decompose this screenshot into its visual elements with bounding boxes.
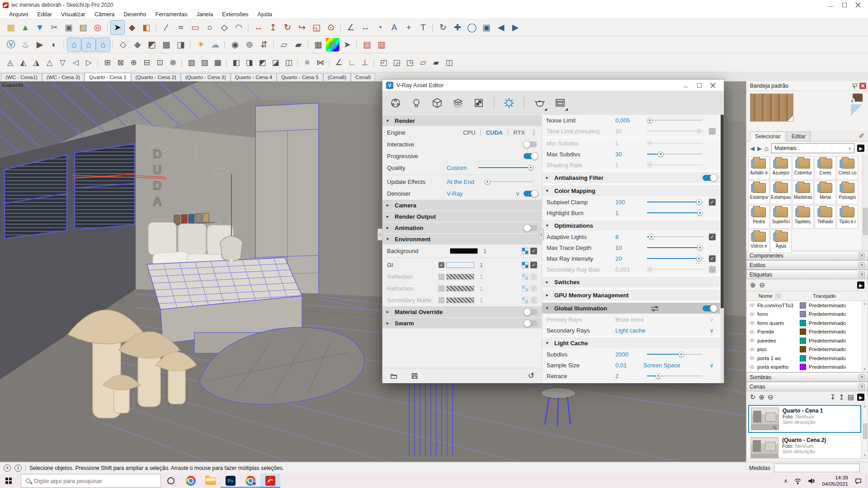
material-folder[interactable]: Superfíci: [770, 205, 792, 229]
time-limit-checkbox[interactable]: [709, 128, 716, 135]
panel-estilos[interactable]: Estilos: [746, 260, 868, 270]
material-folder[interactable]: Cores: [815, 156, 836, 180]
section-material-override[interactable]: ▸Material Override: [382, 306, 542, 317]
default-material-icon[interactable]: [851, 104, 863, 116]
section-render[interactable]: ▾Render: [382, 115, 542, 126]
toolbar-separator[interactable]: │: [272, 38, 276, 52]
panel-etiquetas[interactable]: Etiquetas: [746, 270, 868, 279]
visibility-eye-icon[interactable]: [750, 321, 755, 324]
background-checkbox[interactable]: ✓: [530, 248, 537, 254]
gi-texture-icon[interactable]: [522, 262, 528, 268]
taskbar-clock[interactable]: 14:39 04/05/2021: [822, 474, 848, 488]
background-color-swatch[interactable]: [450, 248, 478, 254]
section-color-mapping[interactable]: ▾Color Mapping: [542, 185, 720, 196]
material-folder[interactable]: Cobertur: [793, 156, 814, 180]
orbit-tool-icon[interactable]: ↻: [436, 21, 450, 34]
start-button[interactable]: [0, 474, 21, 488]
geolocation-icon[interactable]: +: [4, 465, 11, 472]
wifi-icon[interactable]: [794, 478, 802, 484]
menu-item[interactable]: Desenho: [119, 10, 151, 19]
gi-color-swatch[interactable]: [446, 262, 474, 268]
material-folder[interactable]: Vidros e: [748, 230, 769, 253]
secondary-matte-checkbox[interactable]: ✓: [530, 297, 537, 304]
etiqueta-row[interactable]: Parede Predeterminado: [747, 328, 868, 337]
primary-rays-dropdown-icon[interactable]: ∨: [708, 316, 716, 323]
toolbar-separator[interactable]: │: [372, 56, 377, 70]
vray-minimize-button[interactable]: [683, 83, 689, 88]
revert-settings-icon[interactable]: ↺: [528, 371, 534, 380]
etiqueta-dash-style[interactable]: Predeterminado: [809, 320, 846, 326]
toolbar-separator[interactable]: │: [189, 38, 193, 52]
shadows-dialog-icon[interactable]: ≡: [301, 56, 313, 70]
etiquetas-details-icon[interactable]: ▶: [857, 282, 864, 289]
edit-scene-pencil-icon[interactable]: ✎: [773, 425, 777, 431]
home-icon[interactable]: ⌂: [764, 145, 769, 152]
tag-color-swatch[interactable]: [800, 346, 806, 352]
interactive-toggle[interactable]: [524, 141, 537, 147]
add-detail-icon[interactable]: ◁: [70, 56, 82, 70]
menu-item[interactable]: Ferramentas: [151, 10, 192, 19]
toolbar-separator[interactable]: │: [225, 56, 229, 70]
secondary-ray-bias-slider[interactable]: [647, 266, 703, 272]
section-switches[interactable]: ▸Switches: [542, 277, 720, 287]
noise-limit-slider[interactable]: [647, 117, 703, 123]
scene-card[interactable]: ✎ Quarto - Cena 1 Foto: Nenhum Sem descr…: [748, 405, 861, 433]
position-camera-icon[interactable]: ◉: [228, 38, 242, 52]
material-category-select[interactable]: Materiais ∨: [771, 143, 854, 153]
3d-warehouse-icon[interactable]: ◫: [443, 56, 455, 70]
rotate-tool-icon[interactable]: ↻: [281, 21, 294, 34]
monochrome-style-icon[interactable]: ◨: [174, 38, 188, 52]
panel-sombras[interactable]: Sombras: [746, 372, 868, 382]
cut-icon[interactable]: ✂: [47, 21, 61, 34]
open-settings-icon[interactable]: [390, 372, 398, 380]
reflection-texture-icon[interactable]: [522, 273, 528, 280]
create-camera-icon[interactable]: ∟: [346, 56, 358, 70]
forward-icon[interactable]: ▶: [757, 145, 762, 152]
material-folder[interactable]: Metal: [815, 181, 836, 204]
chrome-icon[interactable]: [181, 474, 201, 488]
pin-icon[interactable]: [852, 83, 857, 89]
denoiser-toggle[interactable]: [524, 191, 537, 197]
material-folder[interactable]: Telhado: [815, 205, 836, 229]
tag-color-swatch[interactable]: [800, 338, 806, 344]
views-iso-icon[interactable]: ◧: [230, 56, 242, 70]
photo-match-icon[interactable]: ◰: [377, 56, 390, 70]
active-material-thumbnail[interactable]: [750, 94, 793, 122]
etiqueta-row[interactable]: paredes Predeterminado: [747, 336, 868, 345]
engine-rtx-option[interactable]: RTX: [510, 129, 528, 136]
drape-tool-icon[interactable]: ▽: [57, 56, 69, 70]
global-illumination-toggle[interactable]: [703, 305, 716, 311]
views-front-icon[interactable]: ◩: [256, 56, 269, 70]
vray-interactive-render-icon[interactable]: ▶: [33, 38, 47, 52]
adaptive-lights-slider[interactable]: [647, 234, 703, 240]
refraction-pre-checkbox[interactable]: [439, 286, 444, 291]
material-folder[interactable]: Cores co: [837, 156, 858, 180]
vray-asset-editor-icon[interactable]: Ⓥ: [4, 38, 18, 52]
scene-card[interactable]: ✎ (Quarto - Cena 2) Foto: Nenhum Sem des…: [748, 435, 861, 459]
smoove-tool-icon[interactable]: ◮: [30, 56, 42, 70]
new-photo-match-icon[interactable]: ◲: [391, 56, 403, 70]
vray-maximize-button[interactable]: [697, 83, 702, 88]
vray-bitmaps-icon[interactable]: [473, 97, 485, 109]
vray-lights-icon[interactable]: [410, 97, 422, 109]
zoom-tool-icon[interactable]: ◯: [465, 21, 479, 34]
col-tracejado[interactable]: Tracejado: [813, 293, 836, 299]
line-tool-icon[interactable]: ∕: [160, 21, 173, 34]
visibility-eye-icon[interactable]: [750, 304, 755, 307]
toolbar-separator[interactable]: │: [223, 38, 227, 52]
tray-expand-icon[interactable]: ∧: [784, 478, 788, 484]
section-optimizations[interactable]: ▾Optimizations: [542, 220, 720, 231]
scenes-scrollbar[interactable]: ∧∨: [862, 404, 868, 458]
solid-intersect-icon[interactable]: ⊠: [114, 56, 127, 70]
etiqueta-row[interactable]: Fb.com/noTTo3 Predeterminado: [747, 301, 868, 310]
swarm-toggle[interactable]: [524, 320, 538, 326]
look-around-icon[interactable]: ⊚: [243, 38, 256, 52]
instructor-icon[interactable]: ◳: [404, 56, 416, 70]
max-ray-intensity-checkbox[interactable]: ✓: [709, 255, 716, 262]
section-global-illumination[interactable]: ▾Global Illumination: [542, 303, 720, 314]
vray-geometry-icon[interactable]: [431, 97, 443, 109]
search-input[interactable]: [34, 478, 142, 484]
visibility-eye-icon[interactable]: [750, 366, 755, 369]
refraction-checkbox[interactable]: ✓: [530, 285, 537, 292]
max-trace-depth-slider[interactable]: [647, 244, 703, 251]
